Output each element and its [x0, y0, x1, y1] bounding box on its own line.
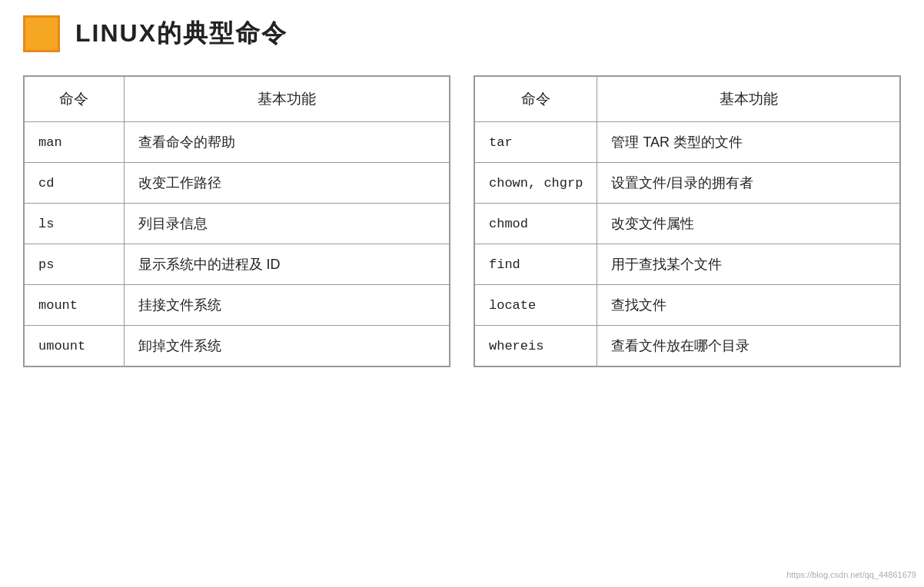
- table-row: find 用于查找某个文件: [474, 244, 900, 285]
- table-row: ps 显示系统中的进程及 ID: [24, 244, 450, 285]
- cmd-cell: cd: [24, 163, 124, 204]
- func-cell: 改变工作路径: [124, 163, 450, 204]
- cmd-cell: locate: [474, 285, 597, 326]
- right-table-header-row: 命令 基本功能: [474, 76, 900, 122]
- table-row: cd 改变工作路径: [24, 163, 450, 204]
- left-table-header-row: 命令 基本功能: [24, 76, 450, 122]
- func-cell: 查看命令的帮助: [124, 122, 450, 163]
- left-col2-header: 基本功能: [124, 76, 450, 122]
- watermark: https://blog.csdn.net/qq_44861679: [786, 570, 916, 579]
- right-table: 命令 基本功能 tar 管理 TAR 类型的文件 chown, chgrp 设置…: [474, 75, 901, 367]
- page-header: LINUX的典型命令: [23, 15, 901, 52]
- cmd-cell: umount: [24, 326, 124, 367]
- cmd-cell: chown, chgrp: [474, 163, 597, 204]
- func-cell: 挂接文件系统: [124, 285, 450, 326]
- cmd-cell: find: [474, 244, 597, 285]
- right-table-body: tar 管理 TAR 类型的文件 chown, chgrp 设置文件/目录的拥有…: [474, 122, 900, 367]
- page-title: LINUX的典型命令: [75, 17, 288, 51]
- cmd-cell: ps: [24, 244, 124, 285]
- table-row: man 查看命令的帮助: [24, 122, 450, 163]
- cmd-cell: man: [24, 122, 124, 163]
- func-cell: 查看文件放在哪个目录: [597, 326, 900, 367]
- cmd-cell: chmod: [474, 204, 597, 244]
- left-table-body: man 查看命令的帮助 cd 改变工作路径 ls 列目录信息 ps 显示系统中的…: [24, 122, 450, 367]
- cmd-cell: ls: [24, 204, 124, 244]
- cmd-cell: tar: [474, 122, 597, 163]
- cmd-cell: whereis: [474, 326, 597, 367]
- tables-container: 命令 基本功能 man 查看命令的帮助 cd 改变工作路径 ls 列目录信息 p…: [23, 75, 901, 367]
- cmd-cell: mount: [24, 285, 124, 326]
- func-cell: 设置文件/目录的拥有者: [597, 163, 900, 204]
- func-cell: 卸掉文件系统: [124, 326, 450, 367]
- func-cell: 管理 TAR 类型的文件: [597, 122, 900, 163]
- left-table-wrapper: 命令 基本功能 man 查看命令的帮助 cd 改变工作路径 ls 列目录信息 p…: [23, 75, 450, 367]
- right-col2-header: 基本功能: [597, 76, 900, 122]
- func-cell: 列目录信息: [124, 204, 450, 244]
- func-cell: 显示系统中的进程及 ID: [124, 244, 450, 285]
- right-table-wrapper: 命令 基本功能 tar 管理 TAR 类型的文件 chown, chgrp 设置…: [474, 75, 901, 367]
- table-row: chmod 改变文件属性: [474, 204, 900, 244]
- table-row: whereis 查看文件放在哪个目录: [474, 326, 900, 367]
- func-cell: 用于查找某个文件: [597, 244, 900, 285]
- table-row: tar 管理 TAR 类型的文件: [474, 122, 900, 163]
- left-col1-header: 命令: [24, 76, 124, 122]
- table-row: ls 列目录信息: [24, 204, 450, 244]
- table-row: chown, chgrp 设置文件/目录的拥有者: [474, 163, 900, 204]
- func-cell: 查找文件: [597, 285, 900, 326]
- table-row: mount 挂接文件系统: [24, 285, 450, 326]
- right-col1-header: 命令: [474, 76, 597, 122]
- table-row: locate 查找文件: [474, 285, 900, 326]
- orange-icon: [23, 15, 60, 52]
- table-row: umount 卸掉文件系统: [24, 326, 450, 367]
- left-table: 命令 基本功能 man 查看命令的帮助 cd 改变工作路径 ls 列目录信息 p…: [23, 75, 450, 367]
- func-cell: 改变文件属性: [597, 204, 900, 244]
